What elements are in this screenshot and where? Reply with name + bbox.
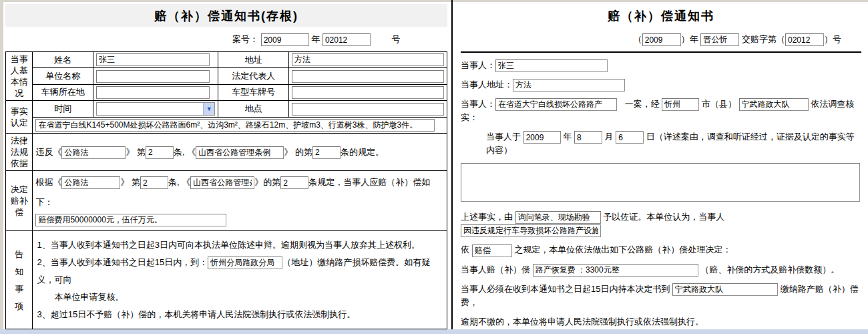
legal-text: 》 的第 bbox=[284, 147, 312, 157]
case-desc-input[interactable] bbox=[495, 98, 617, 111]
stub-title: 赔（补）偿通知书(存根) bbox=[5, 4, 447, 27]
legal-text: 条, 《 bbox=[174, 147, 196, 157]
table-row bbox=[6, 118, 447, 134]
legal-text: 条的规定。 bbox=[341, 147, 384, 157]
notice-item-3: 3、超过15日不予赔（补）偿的，本机关将申请人民法院强制执行或依法强制执行。 bbox=[37, 306, 443, 323]
deadline-text: 当事人必须在收到本通知书之日起15日内持本决定书到 bbox=[461, 284, 670, 294]
name-input[interactable] bbox=[96, 53, 210, 66]
legal-text: 违反《 bbox=[35, 147, 61, 157]
decision-law2-input[interactable] bbox=[190, 176, 254, 189]
name-label: 姓名 bbox=[33, 52, 93, 68]
compensation-text: （赔、补偿的方式及赔补偿数额）。 bbox=[700, 265, 839, 275]
party-line: 当事人： bbox=[461, 59, 861, 72]
table-row: 当事人基本情况 姓名 地址 bbox=[6, 52, 447, 68]
time-combobox-value bbox=[97, 103, 203, 115]
notice-item-2-cont: 本单位申请复核。 bbox=[37, 289, 443, 306]
evidence-input[interactable] bbox=[515, 211, 601, 224]
payment-office-input[interactable] bbox=[208, 257, 282, 269]
place-input[interactable] bbox=[292, 103, 444, 116]
decision-article2-input[interactable] bbox=[280, 176, 308, 189]
table-row: 车辆所在地 车型车牌号 bbox=[6, 84, 447, 100]
violation-reason-input[interactable] bbox=[461, 224, 601, 237]
law1-input[interactable] bbox=[61, 146, 126, 159]
party-name-input[interactable] bbox=[495, 59, 608, 72]
case-summary-line: 当事人： 一案，经 市（县） 依法调查核实： bbox=[461, 98, 861, 124]
compensation-text: 当事人赔（补）偿 bbox=[461, 265, 530, 275]
case-year-input[interactable] bbox=[261, 33, 309, 46]
incident-date-line: 当事人于 年 月 日（详述案由，调查和听证经过，证据及认定的事实等内容） bbox=[461, 130, 861, 157]
group-decision: 决定赔补偿 bbox=[6, 171, 33, 231]
notice-item-1: 1、当事人收到本通知书之日起3日内可向本执法单位陈述申辩。逾期则视为当事人放弃其… bbox=[37, 236, 443, 254]
basis-text: 之规定，本单位依法做出如下公路赔（补）偿处理决定： bbox=[514, 244, 731, 255]
party-address-input[interactable] bbox=[513, 79, 625, 92]
chevron-down-icon[interactable]: ▼ bbox=[203, 103, 214, 115]
investigating-unit-input[interactable] bbox=[739, 98, 809, 111]
decision-law1-input[interactable] bbox=[61, 176, 120, 189]
case-text: （ bbox=[634, 34, 642, 44]
plate-input[interactable] bbox=[292, 86, 444, 99]
case-summary-label: 当事人： bbox=[461, 99, 495, 109]
decision-text: 》 第 bbox=[120, 177, 140, 187]
basis-input[interactable] bbox=[472, 244, 512, 257]
notice-text: 2、当事人收到本通知书之日起15日内，到： bbox=[37, 257, 208, 267]
compensation-amount-input[interactable] bbox=[35, 214, 226, 226]
unit-input[interactable] bbox=[96, 70, 210, 83]
compensation-detail-input[interactable] bbox=[533, 264, 698, 277]
notice-code-input[interactable] bbox=[700, 33, 739, 46]
table-row: 决定赔补偿 根据《》 第条, 《》的第条规定，当事人应赔（补）偿如下： bbox=[6, 171, 447, 231]
party-label: 当事人： bbox=[461, 60, 495, 70]
place-label: 地点 bbox=[218, 101, 289, 118]
date-text: 月 bbox=[605, 132, 614, 142]
vehicle-loc-input[interactable] bbox=[96, 86, 210, 99]
case-text: ）年 bbox=[681, 34, 698, 44]
notice-year-input[interactable] bbox=[642, 33, 681, 46]
enforcement-line: 逾期不缴的，本单位将申请人民法院强制执行或依法强制执行。 bbox=[461, 315, 861, 329]
incident-day-input[interactable] bbox=[616, 131, 644, 144]
date-text: 年 bbox=[563, 132, 572, 142]
party-address-label: 当事人地址： bbox=[461, 79, 513, 90]
city-input[interactable] bbox=[662, 98, 699, 111]
notice-item-2: 2、当事人收到本通知书之日起15日内，到：（地址）缴纳路产损坏赔偿费。如有疑义，… bbox=[37, 254, 443, 289]
payment-office-input[interactable] bbox=[672, 283, 778, 296]
group-basic-info: 当事人基本情况 bbox=[6, 52, 33, 101]
window-edge-top bbox=[0, 0, 868, 2]
legal-rep-input[interactable] bbox=[292, 70, 444, 83]
group-fact: 事实认定 bbox=[6, 101, 33, 134]
decision-article1-input[interactable] bbox=[140, 176, 168, 189]
compensation-notice-page: 赔（补）偿通知书(存根) 案号： 年 号 当事人基本情况 姓名 地址 单位名称 … bbox=[0, 0, 868, 334]
address-input[interactable] bbox=[292, 53, 444, 66]
evidence-line: 上述事实，由 予以佐证。本单位认为，当事人 bbox=[461, 210, 861, 237]
case-text: 交赔字第（ bbox=[742, 34, 785, 44]
notice-serial-input[interactable] bbox=[785, 33, 824, 46]
time-combobox[interactable]: ▼ bbox=[96, 102, 215, 116]
time-label: 时间 bbox=[33, 101, 93, 118]
group-notice-char: 知 bbox=[9, 266, 29, 277]
law2-input[interactable] bbox=[196, 146, 284, 159]
date-text: 当事人于 bbox=[486, 132, 521, 142]
incident-year-input[interactable] bbox=[523, 131, 561, 144]
address-label: 地址 bbox=[218, 52, 289, 68]
fact-detail-input[interactable] bbox=[35, 119, 435, 132]
case-serial-unit: 号 bbox=[392, 34, 401, 44]
article1-input[interactable] bbox=[146, 146, 174, 159]
incident-month-input[interactable] bbox=[574, 131, 602, 144]
evidence-text: 予以佐证。本单位认为，当事人 bbox=[603, 212, 724, 222]
decision-text: 条, 《 bbox=[168, 177, 190, 187]
group-notice-char: 项 bbox=[9, 301, 29, 312]
case-year-unit: 年 bbox=[311, 34, 320, 44]
group-notice-char: 告 bbox=[9, 248, 29, 260]
case-detail-textarea[interactable] bbox=[461, 163, 860, 202]
group-notice-char: 事 bbox=[9, 283, 29, 295]
plate-label: 车型车牌号 bbox=[218, 84, 289, 100]
window-edge-bottom bbox=[0, 329, 868, 334]
payment-deadline-line: 当事人必须在收到本通知书之日起15日内持本决定书到 缴纳路产赔（补）偿费， bbox=[461, 283, 861, 309]
case-serial-input[interactable] bbox=[322, 33, 371, 46]
stub-panel: 赔（补）偿通知书(存根) 案号： 年 号 当事人基本情况 姓名 地址 单位名称 … bbox=[5, 4, 447, 334]
case-text: 市（县） bbox=[702, 99, 736, 109]
panel-divider bbox=[451, 0, 453, 329]
evidence-text: 上述事实，由 bbox=[461, 212, 513, 222]
stub-form-table: 当事人基本情况 姓名 地址 单位名称 法定代表人 车辆所在地 车型车牌号 事实认… bbox=[5, 51, 447, 334]
notice-title: 赔（补）偿通知书 bbox=[461, 4, 861, 27]
basis-text: 依 bbox=[461, 244, 469, 255]
article2-input[interactable] bbox=[312, 146, 341, 159]
